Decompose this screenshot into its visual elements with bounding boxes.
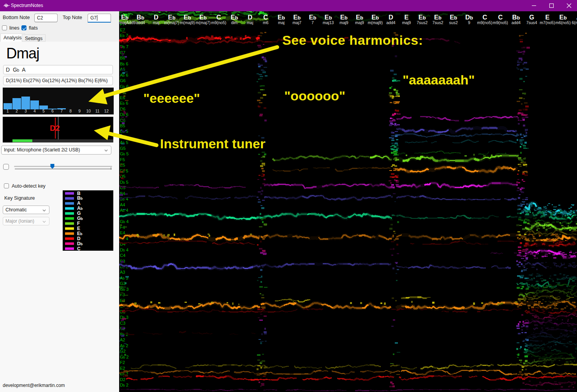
svg-text:F5: F5	[120, 157, 125, 162]
svg-text:maj9: maj9	[402, 20, 411, 25]
svg-text:add4: add4	[136, 20, 145, 25]
svg-text:D: D	[154, 14, 158, 21]
svg-text:C4: C4	[120, 253, 125, 258]
svg-text:9: 9	[468, 20, 470, 25]
svg-text:C: C	[498, 14, 503, 21]
svg-text:E2: E2	[120, 366, 125, 371]
svg-text:maj7: maj7	[292, 20, 301, 25]
svg-text:m9(no5): m9(no5)	[211, 20, 226, 25]
svg-text:maj: maj	[247, 20, 253, 25]
svg-text:A2: A2	[120, 338, 125, 342]
svg-text:maj13: maj13	[323, 20, 334, 25]
svg-text:A4: A4	[120, 202, 125, 207]
svg-text:Eb: Eb	[450, 14, 457, 21]
svg-text:"eeeeee": "eeeeee"	[143, 91, 200, 105]
svg-text:Gb: Gb	[77, 216, 83, 221]
svg-text:Eb: Eb	[77, 231, 83, 236]
svg-text:Gb 5: Gb 5	[120, 151, 128, 156]
svg-text:m6: m6	[263, 20, 269, 25]
svg-text:Eb: Eb	[168, 14, 176, 21]
svg-text:Eb: Eb	[434, 14, 442, 21]
svg-text:Db 5: Db 5	[120, 180, 128, 185]
svg-text:m(maj9): m(maj9)	[368, 20, 383, 25]
svg-text:m(maj7): m(maj7)	[164, 20, 179, 25]
svg-text:E7: E7	[120, 28, 125, 32]
svg-text:G: G	[529, 14, 534, 21]
svg-text:maj9: maj9	[355, 20, 364, 25]
svg-text:m6(no5): m6(no5)	[556, 20, 571, 25]
svg-text:E: E	[405, 14, 409, 21]
svg-text:maj: maj	[278, 20, 285, 25]
svg-text:m(maj7): m(maj7)	[195, 20, 211, 25]
svg-text:Eb: Eb	[309, 14, 316, 21]
svg-text:F2: F2	[120, 360, 125, 365]
svg-text:Eb: Eb	[419, 14, 426, 21]
svg-text:Db 4: Db 4	[120, 248, 128, 252]
svg-text:Eb 7: Eb 7	[120, 33, 128, 38]
svg-text:7sus2: 7sus2	[432, 20, 443, 25]
svg-text:add4: add4	[512, 20, 521, 25]
svg-text:Bb: Bb	[137, 14, 144, 21]
svg-text:A: A	[77, 200, 81, 206]
svg-text:D: D	[389, 14, 393, 21]
svg-text:7: 7	[311, 20, 314, 25]
svg-text:majAdd9: majAdd9	[120, 20, 136, 25]
svg-text:Eb: Eb	[230, 14, 238, 21]
svg-text:E: E	[545, 14, 549, 21]
svg-text:D: D	[77, 236, 81, 241]
svg-text:m(maj9): m(maj9)	[180, 20, 195, 25]
svg-text:7sus2: 7sus2	[417, 20, 427, 25]
svg-text:7sus4: 7sus4	[526, 20, 537, 25]
svg-text:G6: G6	[120, 78, 126, 83]
svg-text:C: C	[263, 14, 268, 21]
svg-text:Bb: Bb	[512, 14, 520, 21]
svg-text:Eb 6: Eb 6	[120, 101, 128, 105]
svg-text:Eb: Eb	[184, 14, 191, 21]
svg-text:Gb 4: Gb 4	[120, 219, 128, 224]
svg-text:Ab: Ab	[77, 206, 83, 211]
svg-text:Db: Db	[465, 14, 473, 21]
svg-text:Db: Db	[77, 241, 83, 246]
svg-text:Bb 6: Bb 6	[120, 62, 128, 66]
svg-text:C3: C3	[120, 321, 125, 325]
svg-text:C: C	[482, 14, 487, 21]
svg-text:Eb: Eb	[325, 14, 332, 21]
svg-text:D: D	[248, 14, 252, 21]
svg-text:Eb: Eb	[340, 14, 348, 21]
svg-text:m9(no5): m9(no5)	[493, 20, 508, 25]
svg-text:Eb: Eb	[199, 14, 207, 21]
svg-text:sus2: sus2	[449, 20, 458, 25]
svg-text:Eb: Eb	[356, 14, 363, 21]
svg-text:"aaaaaaah": "aaaaaaah"	[403, 72, 475, 87]
svg-text:maj: maj	[153, 20, 159, 25]
svg-text:Instrument tuner: Instrument tuner	[160, 136, 265, 151]
svg-text:m7(no5): m7(no5)	[540, 20, 555, 25]
svg-text:Bb: Bb	[77, 195, 83, 201]
svg-text:Db 2: Db 2	[120, 383, 128, 387]
svg-text:Ab 4: Ab 4	[120, 208, 128, 213]
svg-text:D2: D2	[120, 377, 125, 382]
svg-text:add4: add4	[386, 20, 396, 25]
svg-text:Eb: Eb	[278, 14, 285, 21]
svg-text:C: C	[216, 14, 221, 21]
svg-text:dim: dim	[231, 20, 237, 25]
svg-text:G5: G5	[120, 146, 126, 151]
svg-text:Eb: Eb	[293, 14, 301, 21]
svg-text:C: C	[77, 246, 81, 251]
svg-text:Eb: Eb	[559, 14, 567, 21]
svg-text:Eb: Eb	[371, 14, 379, 21]
svg-text:maj9: maj9	[340, 20, 348, 25]
svg-text:"oooooo": "oooooo"	[284, 88, 345, 103]
svg-text:See voice harmonics:: See voice harmonics:	[282, 33, 423, 47]
svg-text:Eb: Eb	[121, 14, 128, 21]
svg-text:F: F	[77, 221, 80, 226]
svg-text:6(maj9): 6(maj9)	[572, 20, 577, 25]
svg-text:Gb 6: Gb 6	[120, 84, 128, 89]
svg-text:B: B	[77, 191, 81, 196]
svg-text:m9(no5): m9(no5)	[477, 20, 493, 25]
svg-text:G: G	[77, 211, 81, 216]
svg-text:E: E	[77, 226, 80, 231]
